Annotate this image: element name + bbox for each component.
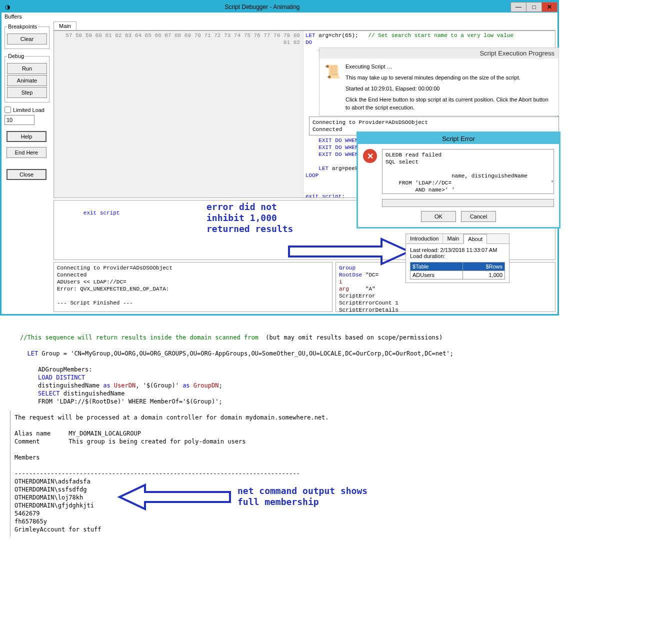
step-button[interactable]: Step <box>7 87 47 98</box>
about-table: $Table$Rows ADUsers1,000 <box>410 262 505 280</box>
end-here-button[interactable]: End Here <box>6 147 46 158</box>
breakpoints-fieldset: Breakpoints Clear <box>4 24 50 49</box>
progress-line2: This may take up to several minutes depe… <box>346 74 554 82</box>
code-tabs: Main <box>54 22 556 30</box>
error-ok-button[interactable]: OK <box>421 211 456 222</box>
progress-box: Script Execution Progress 📜 Executing Sc… <box>319 48 559 116</box>
debug-fieldset: Debug Run Animate Step <box>4 53 50 102</box>
th-rows: $Rows <box>462 262 504 271</box>
td-table: ADUsers <box>410 271 463 280</box>
error-scrollbar[interactable] <box>382 199 554 207</box>
titlebar: ◑ Script Debugger - Animating — □ ✕ <box>2 2 558 12</box>
help-button[interactable]: Help <box>6 131 46 142</box>
script-error-title: Script Error <box>358 133 559 144</box>
window-controls: — □ ✕ <box>511 2 558 12</box>
load-duration: Load duration: <box>410 253 505 259</box>
tab-main[interactable]: Main <box>54 22 76 30</box>
debugger-window: ◑ Script Debugger - Animating — □ ✕ Buff… <box>0 0 559 316</box>
script-icon: 📜 <box>324 62 340 80</box>
execution-log-pane: Connecting to Provider=ADsDSOObject Conn… <box>54 262 332 312</box>
about-tab-about[interactable]: About <box>464 234 487 244</box>
app-icon: ◑ <box>2 4 14 10</box>
left-panel: Breakpoints Clear Debug Run Animate Step… <box>2 20 52 314</box>
code-snippet: //This sequence will return results insi… <box>20 326 657 406</box>
breakpoints-legend: Breakpoints <box>7 24 38 30</box>
limited-load-label: Limited Load <box>13 107 44 113</box>
annotation-text-2: net command output shows full membership <box>238 486 368 508</box>
progress-line1: Executing Script … <box>346 62 554 70</box>
clear-button[interactable]: Clear <box>7 34 47 44</box>
error-text: OLEDB read failed SQL select name, disti… <box>382 149 554 194</box>
buffers-label: Buffers <box>2 12 558 20</box>
about-tab-intro[interactable]: Introduction <box>406 234 443 244</box>
arrow-left-icon <box>118 483 232 511</box>
window-title: Script Debugger - Animating <box>14 4 511 10</box>
close-button[interactable]: Close <box>6 169 46 180</box>
arrow-right-icon <box>286 236 412 266</box>
close-window-button[interactable]: ✕ <box>542 2 558 12</box>
animate-button[interactable]: Animate <box>7 75 47 86</box>
about-panel: Introduction Main About Last reload: 2/1… <box>406 234 510 283</box>
maximize-button[interactable]: □ <box>526 2 542 12</box>
run-button[interactable]: Run <box>7 63 47 74</box>
th-table: $Table <box>410 262 463 271</box>
about-tab-main[interactable]: Main <box>443 234 464 244</box>
progress-line4: Click the End Here button to stop script… <box>346 96 554 112</box>
limited-load-value[interactable] <box>4 115 34 125</box>
error-cancel-button[interactable]: Cancel <box>461 211 496 222</box>
net-command-output: The request will be processed at a domai… <box>10 410 657 536</box>
annotation-text-1: error did not inhibit 1,000 returned res… <box>206 202 293 234</box>
progress-line3: Started at 10:29:01, Elapsed: 00:00:00 <box>346 84 554 92</box>
debug-legend: Debug <box>7 53 25 59</box>
td-rows: 1,000 <box>462 271 504 280</box>
minimize-button[interactable]: — <box>510 2 526 12</box>
script-error-window: Script Error ✕ OLEDB read failed SQL sel… <box>356 132 560 228</box>
last-reload: Last reload: 2/13/2018 11:33:07 AM <box>410 247 505 253</box>
limited-load-checkbox[interactable] <box>4 106 11 113</box>
progress-header: Script Execution Progress <box>320 48 558 58</box>
error-icon: ✕ <box>363 149 377 163</box>
